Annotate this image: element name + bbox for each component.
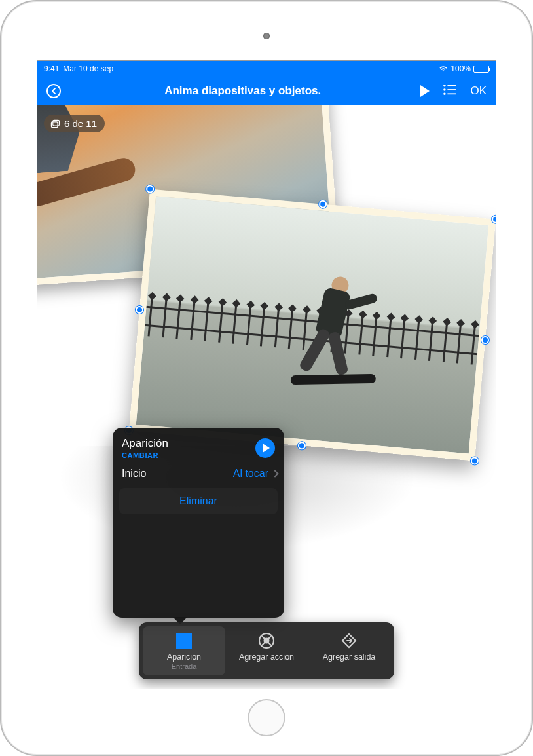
slide-canvas[interactable]: 6 de 11 Aparición CAMBIAR Inicio Al t: [37, 105, 496, 689]
chevron-right-icon: [271, 470, 278, 477]
popover-spacer: [113, 514, 284, 613]
undo-circle-icon: [46, 83, 62, 99]
add-build-out-label: Agregar salida: [310, 652, 388, 663]
back-button[interactable]: [43, 80, 65, 102]
start-label: Inicio: [122, 468, 146, 480]
toolbar-title: Anima diapositivas y objetos.: [69, 85, 416, 98]
selection-handle[interactable]: [481, 336, 489, 345]
start-value: Al tocar: [233, 468, 268, 480]
status-date: Mar 10 de sep: [63, 64, 113, 73]
selection-handle[interactable]: [470, 457, 479, 465]
change-effect-button[interactable]: CAMBIAR: [122, 451, 168, 459]
svg-point-3: [444, 88, 447, 91]
battery-icon: [473, 66, 489, 73]
add-action-tab[interactable]: Agregar acción: [225, 626, 308, 675]
add-action-label: Agregar acción: [228, 652, 305, 663]
appear-effect-icon: [176, 633, 192, 649]
animation-action-bar: Aparición Entrada Agregar acción: [139, 622, 394, 679]
play-icon: [263, 444, 270, 453]
build-out-icon: [340, 632, 358, 649]
play-icon: [420, 85, 430, 97]
build-in-label: Aparición: [145, 652, 223, 663]
start-option-row[interactable]: Inicio Al tocar: [113, 461, 284, 487]
delete-animation-button[interactable]: Eliminar: [119, 488, 278, 514]
slide-count-label: 6 de 11: [64, 118, 97, 129]
ipad-device-frame: 9:41 Mar 10 de sep 100% Anima diapositiv…: [0, 0, 533, 756]
screen: 9:41 Mar 10 de sep 100% Anima diapositiv…: [37, 60, 496, 689]
popover-title: Aparición: [122, 437, 168, 450]
slide-navigator-badge[interactable]: 6 de 11: [44, 115, 105, 132]
done-button[interactable]: OK: [470, 85, 487, 98]
svg-point-5: [444, 93, 447, 96]
build-in-sublabel: Entrada: [145, 662, 223, 671]
add-build-out-tab[interactable]: Agregar salida: [308, 626, 390, 675]
preview-animation-button[interactable]: [255, 438, 275, 458]
skater-figure: [293, 274, 375, 398]
build-in-tab[interactable]: Aparición Entrada: [143, 626, 225, 675]
selected-object[interactable]: [129, 189, 496, 461]
play-presentation-button[interactable]: [420, 85, 430, 97]
status-bar: 9:41 Mar 10 de sep 100%: [37, 61, 496, 77]
toolbar: Anima diapositivas y objetos. OK: [37, 77, 496, 105]
svg-point-10: [264, 637, 270, 643]
svg-point-1: [444, 85, 447, 87]
svg-point-0: [47, 85, 60, 98]
action-icon: [258, 632, 275, 649]
device-camera-icon: [263, 33, 270, 39]
home-button[interactable]: [248, 699, 285, 736]
svg-rect-7: [51, 121, 58, 127]
svg-rect-8: [53, 120, 60, 126]
slides-stack-icon: [50, 119, 60, 129]
animation-popover: Aparición CAMBIAR Inicio Al tocar Elimin…: [113, 428, 284, 618]
wifi-icon: [439, 66, 448, 72]
status-time: 9:41: [44, 64, 59, 73]
photo-skater-fence: [129, 189, 496, 461]
build-order-button[interactable]: [443, 84, 457, 98]
list-icon: [443, 84, 457, 96]
battery-percent: 100%: [450, 64, 471, 73]
